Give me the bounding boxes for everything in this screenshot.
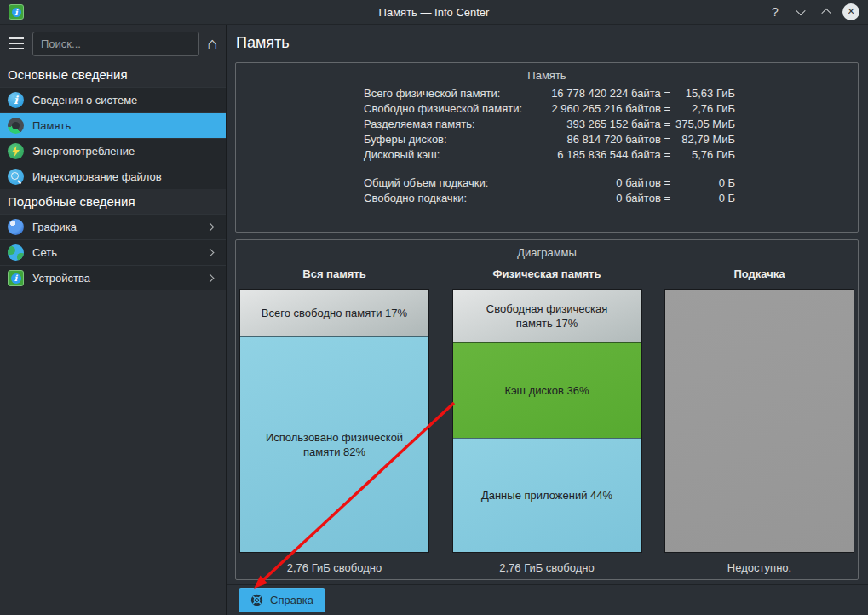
minimize-button[interactable] (791, 3, 810, 21)
chart-caption: 2,76 ГиБ свободно (239, 553, 429, 574)
memory-stat-bytes: 16 778 420 224 байта = (536, 86, 670, 101)
chart-caption: 2,76 ГиБ свободно (452, 553, 642, 574)
sidebar-item-system-info[interactable]: Сведения о системе (0, 87, 226, 112)
memory-stat-label: Свободно подкачки: (364, 191, 536, 206)
chart-stack: Свободная физическая память 17%Кэш диско… (452, 289, 642, 553)
chart-segment: Всего свободно памяти 17% (240, 290, 428, 336)
sidebar-section-header: Подробные сведения (0, 189, 226, 214)
sidebar-item-label: Устройства (32, 272, 90, 285)
chevron-right-icon (206, 223, 215, 232)
sidebar-item-network[interactable]: Сеть (0, 239, 226, 265)
memory-stat-label: Дисковый кэш: (364, 147, 536, 163)
main-area: Память Память Всего физической памяти:16… (227, 25, 868, 615)
sidebar-item-label: Графика (32, 221, 77, 233)
memory-stat-row: Буферы дисков:86 814 720 байтов =82,79 М… (364, 132, 735, 147)
memory-stat-label: Свободно физической памяти: (364, 101, 536, 117)
sidebar-item-label: Память (32, 119, 71, 132)
app-icon (9, 4, 24, 20)
charts-panel: Диаграммы Вся памятьВсего свободно памят… (235, 239, 859, 580)
maximize-button[interactable] (817, 3, 836, 21)
memory-stat-row: Общий объем подкачки:0 байтов =0 Б (364, 175, 735, 191)
chart-title: Подкачка (664, 263, 854, 289)
sidebar-item-devices[interactable]: Устройства (0, 265, 226, 290)
memory-stat-label: Общий объем подкачки: (364, 175, 536, 191)
window-help-button[interactable]: ? (766, 3, 785, 21)
memory-stat-human: 0 Б (670, 191, 735, 206)
charts-panel-title: Диаграммы (236, 240, 858, 263)
memory-stat-bytes: 0 байтов = (536, 175, 670, 191)
memory-stat-human: 2,76 ГиБ (670, 101, 735, 117)
chart-segment-label: Всего свободно памяти 17% (262, 306, 407, 320)
chevron-right-icon (206, 249, 215, 257)
memory-stat-row: Разделяемая память:393 265 152 байта =37… (364, 117, 735, 132)
footer: Справка (227, 584, 868, 615)
memory-stat-bytes: 2 960 265 216 байтов = (536, 101, 670, 117)
help-button[interactable]: Справка (239, 588, 325, 612)
app-window: Память — Info Center ? × ⌂ Основные свед… (0, 0, 868, 615)
devices-icon (8, 270, 24, 286)
help-button-label: Справка (270, 594, 313, 606)
sidebar-item-graphics[interactable]: Графика (0, 214, 226, 239)
memory-stats-table: Всего физической памяти:16 778 420 224 б… (364, 86, 735, 206)
window-controls: ? × (766, 3, 859, 21)
sidebar-item-label: Сведения о системе (32, 94, 137, 106)
network-icon (8, 244, 24, 261)
chart-segment: Свободная физическая память 17% (453, 290, 641, 342)
home-icon: ⌂ (207, 34, 217, 54)
sidebar-item-label: Энергопотребление (32, 145, 135, 158)
memory-stat-human: 0 Б (670, 175, 735, 191)
sidebar: ⌂ Основные сведенияСведения о системеПам… (0, 25, 227, 615)
memory-stat-human: 82,79 МиБ (670, 132, 735, 147)
memory-icon (8, 118, 24, 134)
memory-stat-bytes: 86 814 720 байтов = (536, 132, 670, 147)
chart-segment-label: Использовано физической памяти 82% (256, 430, 413, 459)
chart-column: Вся памятьВсего свободно памяти 17%Испол… (239, 263, 429, 574)
memory-stat-row: Свободно подкачки:0 байтов =0 Б (364, 191, 735, 206)
chevron-right-icon (206, 274, 215, 283)
memory-panel-title: Память (236, 63, 858, 86)
memory-stat-label: Всего физической памяти: (364, 86, 536, 101)
memory-stat-row: Свободно физической памяти:2 960 265 216… (364, 101, 735, 117)
home-button[interactable]: ⌂ (206, 31, 219, 56)
chart-stack (664, 289, 854, 553)
chart-segment-label: Кэш дисков 36% (504, 383, 589, 398)
sidebar-item-file-indexing[interactable]: Индексирование файлов (0, 164, 226, 189)
memory-stat-label: Разделяемая память: (364, 117, 536, 132)
file-indexing-icon (8, 169, 24, 185)
memory-stat-bytes: 393 265 152 байта = (536, 117, 670, 132)
chart-segment: Данные приложений 44% (453, 438, 641, 552)
menu-button[interactable] (7, 36, 26, 51)
chart-segment: Кэш дисков 36% (453, 342, 641, 438)
hamburger-icon (9, 37, 24, 49)
chart-segment: Использовано физической памяти 82% (240, 336, 428, 552)
lifebuoy-icon (250, 594, 263, 606)
graphics-icon (8, 219, 24, 235)
memory-stat-bytes: 6 185 836 544 байта = (536, 147, 670, 163)
chart-title: Вся память (239, 263, 429, 289)
window-title: Память — Info Center (0, 6, 868, 19)
memory-stat-row: Дисковый кэш:6 185 836 544 байта =5,76 Г… (364, 147, 735, 163)
memory-stat-bytes: 0 байтов = (536, 191, 670, 206)
sidebar-item-memory[interactable]: Память (0, 112, 226, 138)
titlebar[interactable]: Память — Info Center ? × (0, 0, 868, 25)
chart-segment (665, 290, 854, 552)
close-button[interactable]: × (842, 3, 859, 20)
search-input[interactable] (32, 32, 199, 56)
sidebar-item-label: Индексирование файлов (32, 170, 162, 183)
memory-stat-human: 5,76 ГиБ (670, 147, 735, 163)
sidebar-section-header: Основные сведения (0, 62, 226, 87)
charts-row: Вся памятьВсего свободно памяти 17%Испол… (236, 263, 858, 574)
close-icon: × (848, 5, 854, 17)
memory-stat-human: 375,05 МиБ (670, 117, 735, 132)
chart-segment-label: Свободная физическая память 17% (468, 302, 626, 330)
sidebar-nav: Основные сведенияСведения о системеПамят… (0, 62, 226, 290)
sidebar-item-energy[interactable]: Энергопотребление (0, 138, 226, 164)
energy-icon (8, 143, 24, 159)
system-info-icon (8, 92, 24, 108)
sidebar-toolbar: ⌂ (0, 25, 226, 62)
memory-stats-body: Всего физической памяти:16 778 420 224 б… (364, 86, 735, 206)
chart-caption: Недоступно. (664, 553, 854, 574)
sidebar-item-label: Сеть (32, 246, 57, 259)
chart-segment-label: Данные приложений 44% (481, 488, 612, 503)
memory-stat-label: Буферы дисков: (364, 132, 536, 147)
